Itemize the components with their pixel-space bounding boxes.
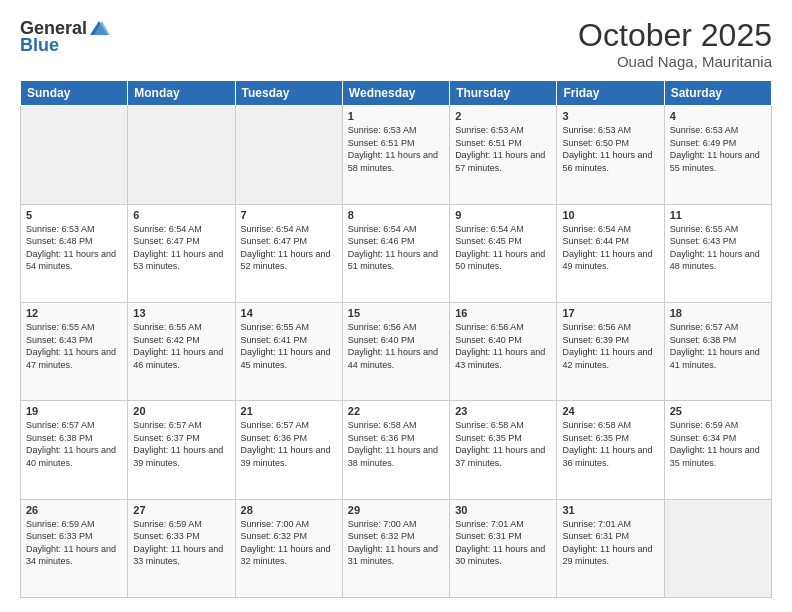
cell-info: Sunrise: 6:57 AMSunset: 6:38 PMDaylight:… bbox=[26, 420, 116, 468]
day-number: 21 bbox=[241, 405, 337, 417]
cell-info: Sunrise: 6:56 AMSunset: 6:40 PMDaylight:… bbox=[348, 322, 438, 370]
month-title: October 2025 bbox=[578, 18, 772, 53]
logo-icon bbox=[88, 19, 110, 39]
cell-info: Sunrise: 6:54 AMSunset: 6:47 PMDaylight:… bbox=[133, 224, 223, 272]
calendar-cell: 9Sunrise: 6:54 AMSunset: 6:45 PMDaylight… bbox=[450, 204, 557, 302]
calendar-header-tuesday: Tuesday bbox=[235, 81, 342, 106]
day-number: 23 bbox=[455, 405, 551, 417]
page-header: General Blue October 2025 Ouad Naga, Mau… bbox=[20, 18, 772, 70]
calendar-cell: 20Sunrise: 6:57 AMSunset: 6:37 PMDayligh… bbox=[128, 401, 235, 499]
day-number: 18 bbox=[670, 307, 766, 319]
day-number: 4 bbox=[670, 110, 766, 122]
day-number: 27 bbox=[133, 504, 229, 516]
calendar-cell: 19Sunrise: 6:57 AMSunset: 6:38 PMDayligh… bbox=[21, 401, 128, 499]
calendar-cell: 16Sunrise: 6:56 AMSunset: 6:40 PMDayligh… bbox=[450, 302, 557, 400]
calendar-cell: 10Sunrise: 6:54 AMSunset: 6:44 PMDayligh… bbox=[557, 204, 664, 302]
day-number: 7 bbox=[241, 209, 337, 221]
calendar-cell: 8Sunrise: 6:54 AMSunset: 6:46 PMDaylight… bbox=[342, 204, 449, 302]
cell-info: Sunrise: 6:57 AMSunset: 6:38 PMDaylight:… bbox=[670, 322, 760, 370]
cell-info: Sunrise: 6:58 AMSunset: 6:35 PMDaylight:… bbox=[455, 420, 545, 468]
calendar-cell: 23Sunrise: 6:58 AMSunset: 6:35 PMDayligh… bbox=[450, 401, 557, 499]
calendar-cell: 12Sunrise: 6:55 AMSunset: 6:43 PMDayligh… bbox=[21, 302, 128, 400]
day-number: 6 bbox=[133, 209, 229, 221]
cell-info: Sunrise: 6:54 AMSunset: 6:45 PMDaylight:… bbox=[455, 224, 545, 272]
cell-info: Sunrise: 7:01 AMSunset: 6:31 PMDaylight:… bbox=[562, 519, 652, 567]
day-number: 5 bbox=[26, 209, 122, 221]
day-number: 15 bbox=[348, 307, 444, 319]
calendar-cell: 11Sunrise: 6:55 AMSunset: 6:43 PMDayligh… bbox=[664, 204, 771, 302]
calendar-week-row: 12Sunrise: 6:55 AMSunset: 6:43 PMDayligh… bbox=[21, 302, 772, 400]
calendar-header-monday: Monday bbox=[128, 81, 235, 106]
calendar-cell: 3Sunrise: 6:53 AMSunset: 6:50 PMDaylight… bbox=[557, 106, 664, 204]
calendar-header-wednesday: Wednesday bbox=[342, 81, 449, 106]
day-number: 13 bbox=[133, 307, 229, 319]
cell-info: Sunrise: 6:53 AMSunset: 6:50 PMDaylight:… bbox=[562, 125, 652, 173]
cell-info: Sunrise: 6:58 AMSunset: 6:36 PMDaylight:… bbox=[348, 420, 438, 468]
day-number: 9 bbox=[455, 209, 551, 221]
calendar-cell bbox=[128, 106, 235, 204]
calendar-cell: 21Sunrise: 6:57 AMSunset: 6:36 PMDayligh… bbox=[235, 401, 342, 499]
calendar-cell: 27Sunrise: 6:59 AMSunset: 6:33 PMDayligh… bbox=[128, 499, 235, 597]
cell-info: Sunrise: 6:55 AMSunset: 6:43 PMDaylight:… bbox=[670, 224, 760, 272]
cell-info: Sunrise: 7:00 AMSunset: 6:32 PMDaylight:… bbox=[348, 519, 438, 567]
calendar-header-thursday: Thursday bbox=[450, 81, 557, 106]
day-number: 29 bbox=[348, 504, 444, 516]
calendar-cell: 1Sunrise: 6:53 AMSunset: 6:51 PMDaylight… bbox=[342, 106, 449, 204]
cell-info: Sunrise: 6:53 AMSunset: 6:51 PMDaylight:… bbox=[455, 125, 545, 173]
calendar-week-row: 1Sunrise: 6:53 AMSunset: 6:51 PMDaylight… bbox=[21, 106, 772, 204]
calendar-cell: 2Sunrise: 6:53 AMSunset: 6:51 PMDaylight… bbox=[450, 106, 557, 204]
calendar-week-row: 19Sunrise: 6:57 AMSunset: 6:38 PMDayligh… bbox=[21, 401, 772, 499]
calendar-week-row: 26Sunrise: 6:59 AMSunset: 6:33 PMDayligh… bbox=[21, 499, 772, 597]
day-number: 16 bbox=[455, 307, 551, 319]
day-number: 30 bbox=[455, 504, 551, 516]
cell-info: Sunrise: 6:56 AMSunset: 6:39 PMDaylight:… bbox=[562, 322, 652, 370]
cell-info: Sunrise: 6:56 AMSunset: 6:40 PMDaylight:… bbox=[455, 322, 545, 370]
calendar-cell: 22Sunrise: 6:58 AMSunset: 6:36 PMDayligh… bbox=[342, 401, 449, 499]
calendar-cell: 30Sunrise: 7:01 AMSunset: 6:31 PMDayligh… bbox=[450, 499, 557, 597]
day-number: 31 bbox=[562, 504, 658, 516]
day-number: 2 bbox=[455, 110, 551, 122]
day-number: 10 bbox=[562, 209, 658, 221]
calendar-cell: 4Sunrise: 6:53 AMSunset: 6:49 PMDaylight… bbox=[664, 106, 771, 204]
day-number: 19 bbox=[26, 405, 122, 417]
calendar-cell: 26Sunrise: 6:59 AMSunset: 6:33 PMDayligh… bbox=[21, 499, 128, 597]
logo: General Blue bbox=[20, 18, 111, 56]
calendar-cell bbox=[235, 106, 342, 204]
calendar-header-friday: Friday bbox=[557, 81, 664, 106]
day-number: 17 bbox=[562, 307, 658, 319]
day-number: 1 bbox=[348, 110, 444, 122]
calendar-cell: 5Sunrise: 6:53 AMSunset: 6:48 PMDaylight… bbox=[21, 204, 128, 302]
day-number: 28 bbox=[241, 504, 337, 516]
cell-info: Sunrise: 6:57 AMSunset: 6:37 PMDaylight:… bbox=[133, 420, 223, 468]
calendar-cell: 13Sunrise: 6:55 AMSunset: 6:42 PMDayligh… bbox=[128, 302, 235, 400]
cell-info: Sunrise: 6:57 AMSunset: 6:36 PMDaylight:… bbox=[241, 420, 331, 468]
calendar-page: General Blue October 2025 Ouad Naga, Mau… bbox=[0, 0, 792, 612]
calendar-week-row: 5Sunrise: 6:53 AMSunset: 6:48 PMDaylight… bbox=[21, 204, 772, 302]
calendar-header-saturday: Saturday bbox=[664, 81, 771, 106]
day-number: 12 bbox=[26, 307, 122, 319]
calendar-cell: 7Sunrise: 6:54 AMSunset: 6:47 PMDaylight… bbox=[235, 204, 342, 302]
calendar-cell: 28Sunrise: 7:00 AMSunset: 6:32 PMDayligh… bbox=[235, 499, 342, 597]
cell-info: Sunrise: 6:55 AMSunset: 6:41 PMDaylight:… bbox=[241, 322, 331, 370]
cell-info: Sunrise: 6:54 AMSunset: 6:47 PMDaylight:… bbox=[241, 224, 331, 272]
calendar-cell bbox=[664, 499, 771, 597]
cell-info: Sunrise: 6:53 AMSunset: 6:51 PMDaylight:… bbox=[348, 125, 438, 173]
calendar-header-row: SundayMondayTuesdayWednesdayThursdayFrid… bbox=[21, 81, 772, 106]
cell-info: Sunrise: 7:00 AMSunset: 6:32 PMDaylight:… bbox=[241, 519, 331, 567]
cell-info: Sunrise: 7:01 AMSunset: 6:31 PMDaylight:… bbox=[455, 519, 545, 567]
cell-info: Sunrise: 6:55 AMSunset: 6:42 PMDaylight:… bbox=[133, 322, 223, 370]
cell-info: Sunrise: 6:55 AMSunset: 6:43 PMDaylight:… bbox=[26, 322, 116, 370]
title-block: October 2025 Ouad Naga, Mauritania bbox=[578, 18, 772, 70]
location-title: Ouad Naga, Mauritania bbox=[578, 53, 772, 70]
calendar-cell: 15Sunrise: 6:56 AMSunset: 6:40 PMDayligh… bbox=[342, 302, 449, 400]
day-number: 22 bbox=[348, 405, 444, 417]
day-number: 14 bbox=[241, 307, 337, 319]
day-number: 24 bbox=[562, 405, 658, 417]
cell-info: Sunrise: 6:59 AMSunset: 6:33 PMDaylight:… bbox=[26, 519, 116, 567]
cell-info: Sunrise: 6:53 AMSunset: 6:49 PMDaylight:… bbox=[670, 125, 760, 173]
cell-info: Sunrise: 6:54 AMSunset: 6:46 PMDaylight:… bbox=[348, 224, 438, 272]
day-number: 20 bbox=[133, 405, 229, 417]
day-number: 25 bbox=[670, 405, 766, 417]
calendar-cell: 17Sunrise: 6:56 AMSunset: 6:39 PMDayligh… bbox=[557, 302, 664, 400]
calendar-cell: 24Sunrise: 6:58 AMSunset: 6:35 PMDayligh… bbox=[557, 401, 664, 499]
